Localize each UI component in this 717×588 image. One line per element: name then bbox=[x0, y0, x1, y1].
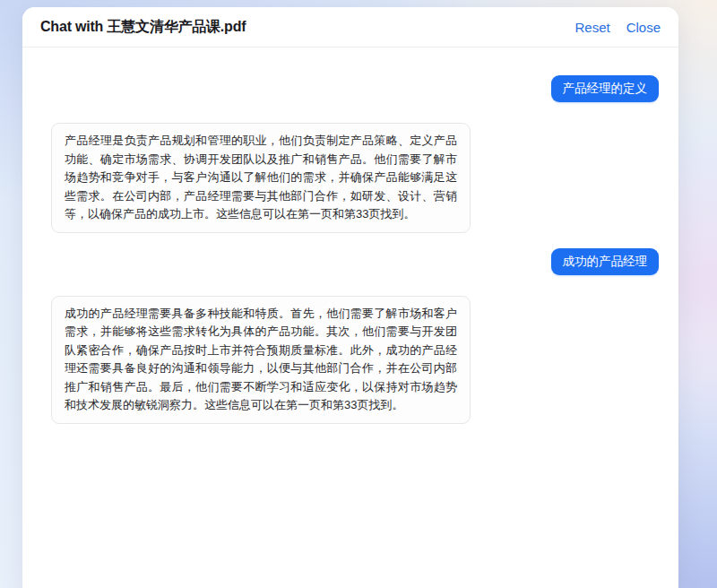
assistant-message-bubble: 成功的产品经理需要具备多种技能和特质。首先，他们需要了解市场和客户需求，并能够将… bbox=[51, 296, 471, 424]
user-message-bubble: 成功的产品经理 bbox=[551, 248, 660, 275]
user-message-bubble: 产品经理的定义 bbox=[551, 75, 660, 102]
modal-header: Chat with 王慧文清华产品课.pdf Reset Close bbox=[22, 7, 678, 48]
header-actions: Reset Close bbox=[574, 20, 661, 35]
chat-messages: 产品经理的定义产品经理是负责产品规划和管理的职业，他们负责制定产品策略、定义产品… bbox=[22, 48, 678, 588]
chat-with-pdf-modal: Chat with 王慧文清华产品课.pdf Reset Close 产品经理的… bbox=[22, 7, 678, 588]
reset-button[interactable]: Reset bbox=[574, 20, 609, 35]
close-button[interactable]: Close bbox=[626, 20, 661, 35]
assistant-message-bubble: 产品经理是负责产品规划和管理的职业，他们负责制定产品策略、定义产品功能、确定市场… bbox=[51, 123, 471, 233]
document-title: Chat with 王慧文清华产品课.pdf bbox=[40, 18, 246, 37]
